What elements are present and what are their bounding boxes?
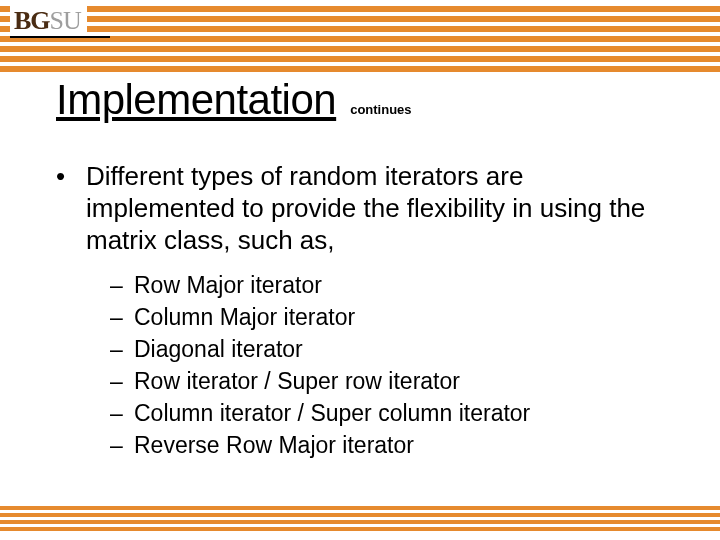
bullet-text: Row iterator / Super row iterator — [134, 366, 460, 396]
slide-subtitle: continues — [350, 102, 411, 117]
bullet-level1: • Different types of random iterators ar… — [56, 160, 664, 256]
header-stripe — [0, 46, 720, 52]
slide-body: • Different types of random iterators ar… — [56, 160, 664, 462]
bullet-text: Row Major iterator — [134, 270, 322, 300]
bullet-dot-icon: • — [56, 160, 86, 192]
header-stripe — [0, 16, 720, 22]
footer-stripe — [0, 513, 720, 517]
bullet-level2: – Diagonal iterator — [110, 334, 664, 364]
slide-title: Implementation — [56, 76, 336, 124]
dash-icon: – — [110, 366, 134, 396]
bullet-text: Reverse Row Major iterator — [134, 430, 414, 460]
footer-stripe — [0, 527, 720, 531]
footer-stripe — [0, 520, 720, 524]
bullet-text: Column iterator / Super column iterator — [134, 398, 530, 428]
dash-icon: – — [110, 302, 134, 332]
bullet-text: Diagonal iterator — [134, 334, 303, 364]
logo-underline — [10, 36, 110, 38]
header-stripe — [0, 66, 720, 72]
logo-bold-text: BG — [14, 6, 50, 36]
slide-header: BGSU — [0, 0, 720, 75]
header-stripe — [0, 56, 720, 62]
title-row: Implementation continues — [56, 76, 412, 124]
slide: BGSU Implementation continues • Differen… — [0, 0, 720, 540]
dash-icon: – — [110, 270, 134, 300]
header-stripe — [0, 26, 720, 32]
bullet-level2-group: – Row Major iterator – Column Major iter… — [110, 270, 664, 460]
bullet-level2: – Row iterator / Super row iterator — [110, 366, 664, 396]
bullet-level2: – Column iterator / Super column iterato… — [110, 398, 664, 428]
header-stripe — [0, 6, 720, 12]
dash-icon: – — [110, 398, 134, 428]
bullet-text: Column Major iterator — [134, 302, 355, 332]
dash-icon: – — [110, 430, 134, 460]
logo-light-text: SU — [50, 6, 81, 36]
bullet-level2: – Row Major iterator — [110, 270, 664, 300]
bullet-text: Different types of random iterators are … — [86, 160, 664, 256]
bullet-level2: – Column Major iterator — [110, 302, 664, 332]
logo: BGSU — [10, 6, 87, 36]
bullet-level2: – Reverse Row Major iterator — [110, 430, 664, 460]
footer-stripe — [0, 506, 720, 510]
dash-icon: – — [110, 334, 134, 364]
